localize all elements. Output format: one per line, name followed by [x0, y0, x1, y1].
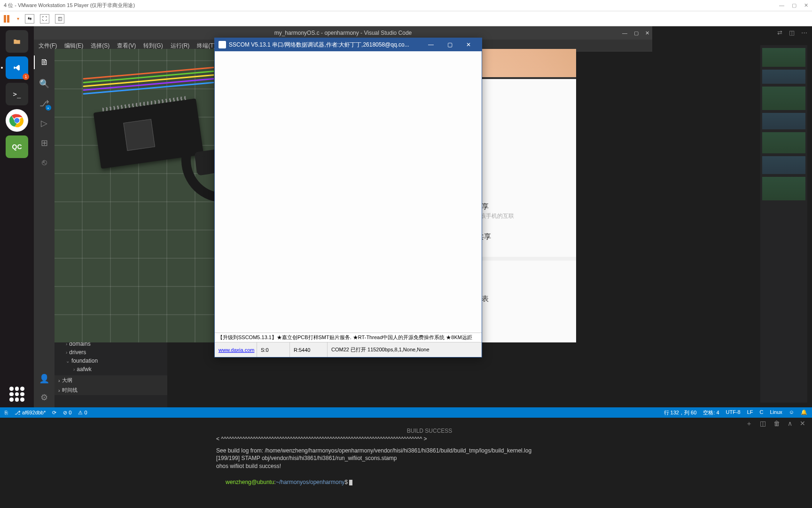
search-icon[interactable]: 🔍 — [39, 79, 49, 89]
sscom-title-text: SSCOM V5.13.1 串口/网络数据调试器,作者:大虾丁丁,2618058… — [229, 41, 409, 49]
debug-icon[interactable]: ▷ — [41, 118, 47, 128]
menu-goto[interactable]: 转到(G) — [143, 42, 163, 50]
eol-status[interactable]: LF — [747, 409, 753, 416]
sscom-app-icon — [219, 41, 226, 48]
outline-section[interactable]: ›大纲 — [55, 375, 167, 385]
sscom-statusbar: www.daxia.com S:0 R:5440 COM22 已打开 11520… — [215, 342, 482, 357]
term-line-success: ohos wifiiot build success! — [216, 462, 643, 470]
vmware-title: 4 位 - VMware Workstation 15 Player (仅用于非… — [4, 2, 135, 9]
vscode-title-text: my_harmonyOS.c - openharmony - Visual St… — [274, 30, 412, 36]
indent-status[interactable]: 空格: 4 — [703, 409, 719, 416]
more-actions-icon[interactable]: ⋯ — [801, 29, 807, 36]
term-line-log: See build log from: /home/wenzheng/harmo… — [216, 447, 643, 455]
vmware-toolbar: ▾ ⇆ ⛶ ◫ — [0, 11, 812, 26]
files-app-icon[interactable] — [6, 30, 28, 53]
sync-button[interactable]: ⟳ — [52, 410, 56, 416]
activity-bar: 🗎 🔍 ⎇• ▷ ⊞ ⎋ 👤 ⚙ — [34, 52, 55, 407]
warnings-count[interactable]: ⚠ 0 — [78, 410, 87, 416]
sscom-recv: R:5440 — [290, 342, 328, 357]
cursor-position[interactable]: 行 132，列 60 — [664, 409, 697, 416]
sscom-com-status: COM22 已打开 115200bps,8,1,None,None — [328, 342, 482, 357]
maximize-button[interactable]: ▢ — [792, 2, 796, 8]
notifications-icon[interactable]: 🔔 — [801, 409, 807, 416]
menu-select[interactable]: 选择(S) — [91, 42, 109, 50]
sscom-close-button[interactable]: ✕ — [459, 41, 478, 48]
vscode-minimize-icon[interactable]: — — [622, 30, 627, 36]
terminal-trash-icon[interactable]: 🗑 — [773, 420, 780, 428]
sscom-sent: S:0 — [257, 342, 290, 357]
terminal-app-icon[interactable]: >_ — [6, 83, 28, 105]
sscom-window[interactable]: SSCOM V5.13.1 串口/网络数据调试器,作者:大虾丁丁,2618058… — [214, 38, 482, 357]
sscom-minimize-button[interactable]: — — [422, 41, 440, 48]
menu-terminal[interactable]: 终端(T) — [197, 42, 215, 50]
vscode-app-icon[interactable]: 1 — [6, 56, 28, 79]
os-status[interactable]: Linux — [770, 409, 782, 416]
feedback-icon[interactable]: ☺ — [789, 409, 794, 416]
show-apps-button[interactable] — [9, 387, 24, 402]
settings-icon[interactable]: ⚙ — [40, 392, 48, 403]
fullscreen-button[interactable]: ⛶ — [40, 14, 49, 24]
account-icon[interactable]: 👤 — [39, 373, 49, 384]
svg-point-1 — [15, 118, 20, 123]
sscom-url[interactable]: www.daxia.com — [215, 342, 257, 357]
bottom-area: ＋ ◫ 🗑 ∧ ✕ BUILD SUCCESS < ^^^^^^^^^^^^^^… — [0, 418, 812, 508]
language-mode[interactable]: C — [760, 409, 764, 416]
sscom-body — [215, 51, 482, 342]
terminal-up-icon[interactable]: ∧ — [788, 420, 792, 428]
timeline-section[interactable]: ›时间线 — [55, 385, 167, 395]
vmware-window-controls: — ▢ ✕ — [779, 2, 808, 8]
tree-item-aafwk[interactable]: ›aafwk — [55, 365, 167, 373]
sscom-titlebar[interactable]: SSCOM V5.13.1 串口/网络数据调试器,作者:大虾丁丁,2618058… — [215, 38, 482, 51]
pause-icon[interactable] — [4, 15, 11, 23]
cursor-icon — [349, 480, 352, 485]
terminal-close-icon[interactable]: ✕ — [800, 420, 805, 428]
unity-button[interactable]: ◫ — [55, 14, 64, 24]
extensions-icon[interactable]: ⊞ — [41, 138, 48, 148]
menu-run[interactable]: 运行(R) — [171, 42, 190, 50]
term-overflow: < ^^^^^^^^^^^^^^^^^^^^^^^^^^^^^^^^^^^^^^… — [216, 435, 643, 443]
compare-icon[interactable]: ⇄ — [777, 29, 782, 36]
pause-dropdown-icon[interactable]: ▾ — [17, 16, 19, 21]
explorer-icon[interactable]: 🗎 — [34, 56, 55, 69]
vscode-maximize-icon[interactable]: ▢ — [634, 30, 639, 36]
ubuntu-launcher: 1 >_ QC — [0, 26, 34, 407]
build-success: BUILD SUCCESS — [216, 427, 643, 435]
minimap[interactable] — [760, 45, 807, 403]
close-button[interactable]: ✕ — [804, 2, 808, 8]
remote-icon[interactable]: ⎋ — [42, 158, 47, 167]
menu-edit[interactable]: 编辑(E) — [64, 42, 83, 50]
sscom-maximize-button[interactable]: ▢ — [440, 41, 459, 48]
encoding-status[interactable]: UTF-8 — [726, 409, 741, 416]
qc-label: QC — [12, 143, 22, 151]
vmware-titlebar: 4 位 - VMware Workstation 15 Player (仅用于非… — [0, 0, 812, 11]
term-prompt[interactable]: wenzheng@ubuntu:~/harmonyos/openharmony$ — [216, 470, 643, 494]
send-ctrl-alt-del-button[interactable]: ⇆ — [25, 14, 34, 24]
vscode-close-icon[interactable]: ✕ — [645, 30, 649, 36]
tree-item-drivers[interactable]: ›drivers — [55, 348, 167, 357]
sscom-banner: 【升级到SSCOM5.13.1】★嘉立创PCB打样SMT贴片服务. ★RT-Th… — [215, 333, 482, 342]
minimize-button[interactable]: — — [779, 2, 784, 8]
vscode-statusbar: ⎘ ⎇ af692dbb* ⟳ ⊘ 0 ⚠ 0 行 132，列 60 空格: 4… — [0, 407, 812, 418]
notification-badge: 1 — [23, 73, 29, 80]
split-editor-icon[interactable]: ◫ — [789, 29, 795, 36]
menu-file[interactable]: 文件(F) — [39, 42, 57, 50]
terminal-split-icon[interactable]: ◫ — [760, 420, 766, 428]
chrome-app-icon[interactable] — [6, 109, 28, 132]
terminal-new-icon[interactable]: ＋ — [746, 420, 752, 428]
remote-indicator[interactable]: ⎘ — [5, 410, 8, 415]
term-line-stamp: [199/199] STAMP obj/vendor/hisi/hi3861/h… — [216, 454, 643, 462]
qc-app-icon[interactable]: QC — [6, 135, 28, 158]
tree-item-foundation[interactable]: ⌄foundation — [55, 357, 167, 365]
editor-tab-actions: ⇄ ◫ ⋯ — [777, 29, 807, 36]
menu-view[interactable]: 查看(V) — [117, 42, 136, 50]
source-control-icon[interactable]: ⎇• — [39, 98, 49, 109]
editor-right-pane: ⇄ ◫ ⋯ — [652, 26, 812, 407]
git-branch[interactable]: ⎇ af692dbb* — [15, 410, 46, 416]
apps-grid-icon — [9, 387, 24, 402]
errors-count[interactable]: ⊘ 0 — [63, 410, 71, 416]
